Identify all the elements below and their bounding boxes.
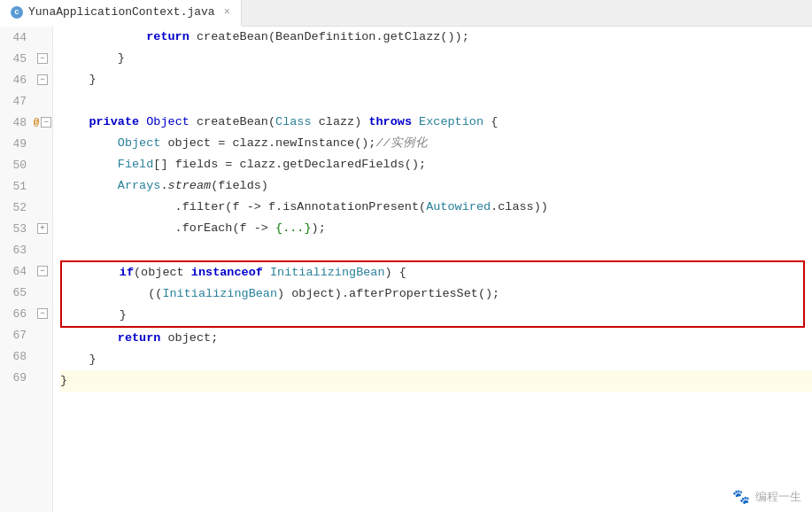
fold-icon-53[interactable]: + — [37, 223, 48, 234]
code-line-47 — [60, 90, 812, 112]
code-line-64: if(object instanceof InitializingBean) { — [62, 262, 803, 283]
gutter-row-44: 44 — [0, 27, 52, 48]
line-num-44: 44 — [0, 31, 32, 44]
file-tab[interactable]: c YunaApplicationContext.java × — [0, 0, 242, 27]
watermark-icon: 🐾 — [732, 488, 750, 505]
gutter-row-49: 49 — [0, 133, 52, 154]
line-num-69: 69 — [0, 371, 32, 384]
fold-icon-48[interactable]: − — [41, 117, 51, 128]
file-tab-icon: c — [11, 6, 23, 19]
line-gutter: 44 45 − 46 − 47 — [0, 27, 53, 512]
gutter-row-66: 66 − — [0, 303, 52, 324]
fold-icon-46[interactable]: − — [37, 74, 48, 85]
gutter-row-51: 51 — [0, 175, 52, 197]
gutter-row-65: 65 — [0, 282, 52, 303]
code-line-69: } — [60, 370, 812, 392]
line-marker-64: − — [32, 266, 53, 276]
watermark: 🐾 编程一生 — [732, 488, 801, 505]
gutter-row-69: 69 — [0, 367, 52, 388]
tab-bar: c YunaApplicationContext.java × — [0, 0, 812, 27]
code-line-49: Object object = clazz.newInstance();//实例… — [60, 133, 812, 154]
code-line-45: } — [60, 48, 812, 69]
gutter-row-52: 52 — [0, 197, 52, 218]
gutter-row-68: 68 — [0, 345, 52, 367]
gutter-row-67: 67 — [0, 324, 52, 345]
line-num-64: 64 — [0, 265, 32, 278]
line-marker-66: − — [32, 308, 53, 319]
code-line-68: } — [60, 349, 812, 370]
code-area: 44 45 − 46 − 47 — [0, 27, 812, 512]
line-marker-46: − — [32, 74, 53, 85]
fold-icon-45[interactable]: − — [37, 53, 48, 64]
line-marker-53: + — [32, 223, 53, 234]
gutter-row-48: 48 @ − — [0, 112, 52, 133]
line-num-45: 45 — [0, 52, 32, 66]
code-line-44: return createBean(BeanDefinition.getClaz… — [60, 27, 812, 48]
gutter-row-64: 64 − — [0, 260, 52, 282]
gutter-row-63: 63 — [0, 239, 52, 260]
gutter-row-45: 45 − — [0, 48, 52, 69]
tab-label: YunaApplicationContext.java — [28, 5, 215, 19]
line-num-52: 52 — [0, 201, 32, 214]
fold-icon-66[interactable]: − — [37, 308, 48, 319]
line-num-46: 46 — [0, 74, 32, 87]
code-line-53: .forEach(f -> {...}); — [60, 218, 812, 239]
code-line-50: Field[] fields = clazz.getDeclaredFields… — [60, 154, 812, 175]
gutter-row-50: 50 — [0, 154, 52, 175]
line-num-49: 49 — [0, 137, 32, 151]
red-box-highlight: if(object instanceof InitializingBean) {… — [60, 260, 805, 328]
line-num-66: 66 — [0, 307, 32, 321]
gutter-row-46: 46 − — [0, 69, 52, 90]
tab-close-button[interactable]: × — [224, 6, 230, 19]
line-marker-48: @ − — [32, 117, 53, 128]
line-num-65: 65 — [0, 286, 32, 299]
line-num-47: 47 — [0, 95, 32, 108]
watermark-text: 编程一生 — [755, 489, 801, 505]
gutter-row-53: 53 + — [0, 218, 52, 239]
line-num-68: 68 — [0, 350, 32, 363]
line-num-50: 50 — [0, 159, 32, 172]
gutter-row-47: 47 — [0, 90, 52, 112]
code-line-66: } — [62, 305, 803, 326]
line-marker-45: − — [32, 53, 53, 64]
editor: c YunaApplicationContext.java × 44 45 − … — [0, 0, 812, 512]
fold-icon-64[interactable]: − — [37, 266, 48, 276]
line-num-67: 67 — [0, 329, 32, 342]
line-num-53: 53 — [0, 222, 32, 236]
code-line-48: private Object createBean(Class clazz) t… — [60, 112, 812, 133]
code-line-51: Arrays.stream(fields) — [60, 175, 812, 197]
line-num-51: 51 — [0, 180, 32, 193]
code-line-67: return object; — [60, 328, 812, 349]
code-line-65: ((InitializingBean) object).afterPropert… — [62, 283, 803, 305]
code-line-46: } — [60, 69, 812, 90]
code-line-63 — [60, 239, 812, 260]
code-content: return createBean(BeanDefinition.getClaz… — [53, 27, 812, 512]
at-marker-48: @ — [34, 117, 40, 128]
code-line-52: .filter(f -> f.isAnnotationPresent(Autow… — [60, 197, 812, 218]
line-num-63: 63 — [0, 244, 32, 257]
line-num-48: 48 — [0, 116, 32, 129]
